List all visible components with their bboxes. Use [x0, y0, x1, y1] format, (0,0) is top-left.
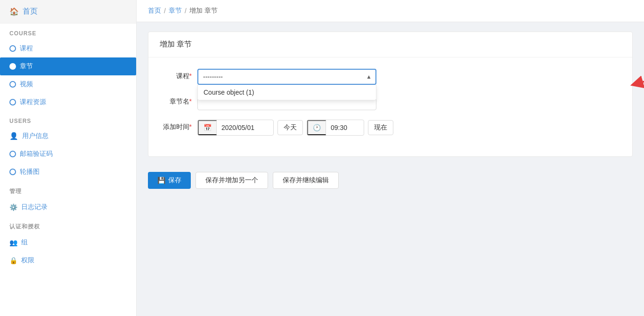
clock-icon-button[interactable]: 🕐 [307, 120, 326, 135]
sidebar: 🏠 首页 COURSE 课程 章节 视频 课程资源 USERS 👤 用户信息 邮… [0, 0, 137, 316]
action-bar: 💾 保存 保存并增加另一个 保存并继续编辑 [148, 164, 633, 189]
sidebar-item-permissions-label: 权限 [21, 256, 34, 265]
now-button[interactable]: 现在 [368, 120, 393, 135]
breadcrumb-sep-1: / [164, 7, 166, 15]
sidebar-item-log-records[interactable]: ⚙️ 日志记录 [0, 198, 136, 216]
time-input-wrapper: 🕐 [307, 120, 364, 136]
sidebar-item-chapters[interactable]: 章节 [0, 57, 136, 75]
time-input[interactable] [326, 121, 364, 134]
circle-icon [9, 151, 16, 157]
lock-icon: 🔒 [9, 257, 17, 264]
form-row-add-time: 添加时间* 📅 今天 🕐 [160, 120, 621, 136]
calendar-icon-button[interactable]: 📅 [198, 120, 217, 135]
sidebar-section-course: COURSE [0, 24, 136, 40]
sidebar-item-course-resources-label: 课程资源 [20, 98, 46, 106]
breadcrumb: 首页 / 章节 / 增加 章节 [137, 0, 644, 22]
sidebar-item-email-verify[interactable]: 邮箱验证码 [0, 145, 136, 163]
course-label: 课程* [160, 69, 197, 81]
sidebar-item-email-verify-label: 邮箱验证码 [20, 150, 53, 158]
sidebar-item-chapters-label: 章节 [20, 62, 33, 71]
annotation-arrow [626, 66, 644, 90]
circle-icon [9, 99, 16, 105]
form-card: 增加 章节 课程* --------- Course object (1) ▲ [148, 32, 633, 157]
home-icon: 🏠 [9, 7, 19, 16]
sidebar-home-label: 首页 [23, 7, 38, 16]
group-icon: 👥 [9, 239, 17, 246]
chapter-name-label: 章节名* [160, 94, 197, 106]
sidebar-item-videos[interactable]: 视频 [0, 75, 136, 93]
today-button[interactable]: 今天 [277, 120, 303, 135]
course-select-wrapper: --------- Course object (1) ▲ Course obj… [197, 69, 376, 85]
sidebar-item-courses[interactable]: 课程 [0, 40, 136, 57]
circle-icon-active [9, 63, 16, 70]
add-time-field: 📅 今天 🕐 现在 [197, 120, 480, 136]
sidebar-item-carousel[interactable]: 轮播图 [0, 163, 136, 181]
course-dropdown: Course object (1) [197, 85, 376, 100]
circle-icon [9, 81, 16, 88]
sidebar-section-admin: 管理 [0, 181, 136, 198]
sidebar-item-videos-label: 视频 [20, 80, 33, 89]
sidebar-item-groups-label: 组 [21, 238, 28, 247]
add-time-label: 添加时间* [160, 120, 197, 131]
breadcrumb-current: 增加 章节 [189, 7, 218, 15]
course-required: * [189, 72, 192, 80]
course-field: --------- Course object (1) ▲ Course obj… [197, 69, 480, 85]
breadcrumb-home[interactable]: 首页 [148, 7, 161, 15]
breadcrumb-sep-2: / [185, 7, 187, 15]
date-input[interactable] [217, 121, 273, 134]
save-add-another-button[interactable]: 保存并增加另一个 [196, 172, 268, 189]
sidebar-item-permissions[interactable]: 🔒 权限 [0, 251, 136, 269]
form-body: 课程* --------- Course object (1) ▲ Course… [148, 57, 632, 156]
date-input-wrapper: 📅 [197, 120, 274, 136]
main-content: 首页 / 章节 / 增加 章节 增加 章节 课程* --------- [137, 0, 644, 316]
sidebar-section-users: USERS [0, 111, 136, 127]
sidebar-item-user-info-label: 用户信息 [22, 132, 49, 140]
save-button[interactable]: 💾 保存 [148, 172, 191, 189]
gear-icon: ⚙️ [9, 203, 17, 211]
circle-icon [9, 45, 16, 52]
chapter-name-required: * [189, 97, 192, 105]
user-icon: 👤 [9, 132, 18, 140]
svg-line-1 [636, 70, 644, 84]
circle-icon [9, 169, 16, 175]
sidebar-item-user-info[interactable]: 👤 用户信息 [0, 127, 136, 145]
datetime-row: 📅 今天 🕐 现在 [197, 120, 480, 136]
form-row-course: 课程* --------- Course object (1) ▲ Course… [160, 69, 621, 85]
save-icon: 💾 [157, 177, 165, 184]
sidebar-section-auth: 认证和授权 [0, 216, 136, 234]
sidebar-item-courses-label: 课程 [20, 44, 33, 53]
sidebar-item-carousel-label: 轮播图 [20, 168, 40, 176]
save-continue-edit-button[interactable]: 保存并继续编辑 [273, 172, 339, 189]
sidebar-item-groups[interactable]: 👥 组 [0, 234, 136, 251]
page-title: 增加 章节 [148, 32, 632, 57]
page-body: 增加 章节 课程* --------- Course object (1) ▲ [137, 22, 644, 198]
course-select[interactable]: --------- Course object (1) [197, 69, 376, 85]
breadcrumb-chapters[interactable]: 章节 [169, 7, 182, 15]
sidebar-item-course-resources[interactable]: 课程资源 [0, 93, 136, 111]
add-time-required: * [189, 123, 192, 130]
sidebar-item-home[interactable]: 🏠 首页 [0, 0, 136, 24]
course-option-1[interactable]: Course object (1) [198, 85, 376, 100]
sidebar-item-log-records-label: 日志记录 [21, 203, 48, 211]
